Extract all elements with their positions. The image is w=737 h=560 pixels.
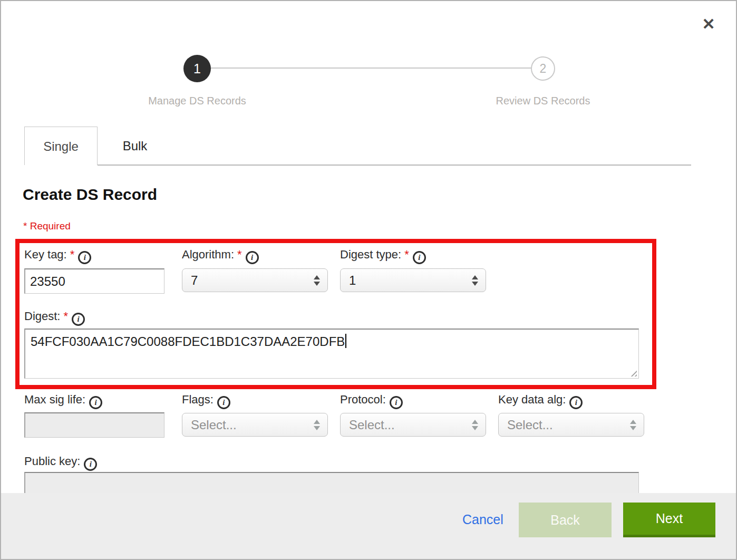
info-icon[interactable]: i bbox=[89, 396, 102, 409]
step-1-label: Manage DS Records bbox=[133, 95, 261, 107]
select-arrows-icon bbox=[314, 275, 320, 286]
step-1-circle: 1 bbox=[183, 55, 211, 82]
required-asterisk: * bbox=[63, 310, 68, 323]
digest-type-select[interactable]: 1 bbox=[340, 268, 486, 292]
required-note: * Required bbox=[23, 220, 71, 232]
digest-label: Digest:*i bbox=[24, 310, 85, 326]
step-2-label: Review DS Records bbox=[483, 95, 603, 107]
protocol-label-text: Protocol: bbox=[340, 393, 386, 406]
create-ds-record-modal: ✕ 1 2 Manage DS Records Review DS Record… bbox=[0, 0, 737, 560]
digest-type-select-value: 1 bbox=[349, 273, 356, 288]
tab-divider bbox=[98, 165, 691, 166]
flags-label-text: Flags: bbox=[182, 393, 214, 406]
resize-grip-icon[interactable] bbox=[629, 369, 637, 376]
algorithm-select[interactable]: 7 bbox=[182, 268, 328, 292]
info-icon[interactable]: i bbox=[390, 396, 403, 409]
cancel-button[interactable]: Cancel bbox=[462, 512, 503, 527]
key-data-alg-select-value: Select... bbox=[507, 418, 553, 432]
algorithm-label: Algorithm:*i bbox=[182, 248, 259, 264]
digest-textarea[interactable]: 54FCF030AA1C79C0088FDEC1BD1C37DAA2E70DFB bbox=[24, 329, 639, 379]
info-icon[interactable]: i bbox=[413, 251, 426, 264]
stepper-connector bbox=[211, 67, 532, 69]
info-icon[interactable]: i bbox=[217, 396, 230, 409]
public-key-label: Public key:i bbox=[24, 455, 97, 471]
max-sig-life-label-text: Max sig life: bbox=[24, 393, 85, 406]
flags-label: Flags:i bbox=[182, 393, 230, 409]
select-arrows-icon bbox=[472, 420, 478, 430]
info-icon[interactable]: i bbox=[72, 313, 85, 326]
tab-single[interactable]: Single bbox=[24, 127, 98, 165]
select-arrows-icon bbox=[630, 420, 636, 430]
public-key-label-text: Public key: bbox=[24, 455, 80, 468]
required-asterisk: * bbox=[404, 248, 409, 261]
info-icon[interactable]: i bbox=[569, 396, 583, 409]
protocol-label: Protocol:i bbox=[340, 393, 403, 409]
next-button[interactable]: Next bbox=[623, 503, 715, 537]
key-data-alg-label: Key data alg:i bbox=[498, 393, 583, 409]
info-icon[interactable]: i bbox=[78, 251, 91, 264]
required-asterisk: * bbox=[237, 248, 242, 261]
key-data-alg-select[interactable]: Select... bbox=[498, 413, 644, 437]
step-2-circle: 2 bbox=[531, 56, 555, 81]
key-tag-input[interactable] bbox=[24, 268, 164, 294]
key-data-alg-label-text: Key data alg: bbox=[498, 393, 566, 406]
digest-type-label: Digest type:*i bbox=[340, 248, 426, 264]
digest-label-text: Digest: bbox=[24, 310, 60, 323]
max-sig-life-input[interactable] bbox=[24, 412, 164, 438]
text-cursor bbox=[345, 334, 346, 348]
required-asterisk: * bbox=[70, 248, 75, 261]
algorithm-select-value: 7 bbox=[191, 273, 198, 288]
protocol-select[interactable]: Select... bbox=[340, 413, 486, 437]
digest-type-label-text: Digest type: bbox=[340, 248, 401, 261]
key-tag-label: Key tag:*i bbox=[24, 248, 91, 264]
info-icon[interactable]: i bbox=[246, 251, 259, 264]
select-arrows-icon bbox=[314, 420, 320, 430]
modal-footer: Cancel Back Next bbox=[1, 493, 736, 559]
key-tag-label-text: Key tag: bbox=[24, 248, 67, 261]
algorithm-label-text: Algorithm: bbox=[182, 248, 234, 261]
tab-bulk[interactable]: Bulk bbox=[98, 127, 172, 165]
page-title: Create DS Record bbox=[23, 186, 157, 204]
max-sig-life-label: Max sig life:i bbox=[24, 393, 102, 409]
protocol-select-value: Select... bbox=[349, 418, 395, 432]
flags-select-value: Select... bbox=[191, 418, 237, 432]
select-arrows-icon bbox=[472, 275, 478, 286]
back-button[interactable]: Back bbox=[519, 503, 612, 537]
digest-value: 54FCF030AA1C79C0088FDEC1BD1C37DAA2E70DFB bbox=[31, 334, 345, 349]
flags-select[interactable]: Select... bbox=[182, 413, 328, 437]
info-icon[interactable]: i bbox=[84, 458, 97, 471]
close-icon[interactable]: ✕ bbox=[698, 14, 719, 35]
